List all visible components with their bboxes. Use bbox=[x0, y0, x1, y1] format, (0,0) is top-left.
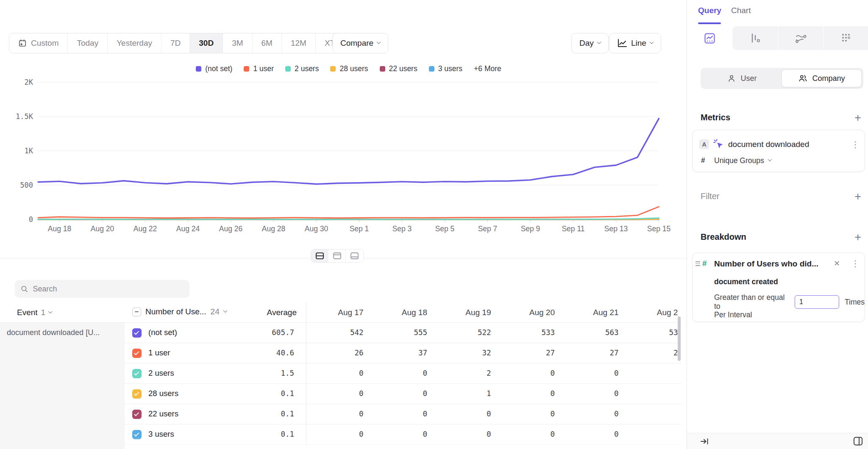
series-checkbox[interactable] bbox=[132, 430, 142, 439]
date-values: 000000 bbox=[306, 430, 678, 438]
table-cell: 0 bbox=[561, 410, 625, 418]
flow-chart-icon bbox=[795, 33, 807, 43]
legend-item[interactable]: 3 users bbox=[429, 64, 462, 73]
legend-item[interactable]: (not set) bbox=[196, 64, 232, 73]
search-input[interactable] bbox=[33, 285, 184, 294]
legend-item[interactable]: 22 users bbox=[380, 64, 417, 73]
series-checkbox[interactable] bbox=[132, 369, 142, 378]
group-column-header[interactable]: Number of Use... 24 bbox=[132, 307, 227, 316]
table-cell: 542 bbox=[306, 328, 370, 337]
metric-card[interactable]: A document downloaded ⋮ # Unique Groups bbox=[692, 130, 865, 172]
legend-more[interactable]: +6 More bbox=[474, 64, 501, 73]
scope-user[interactable]: User bbox=[702, 69, 782, 87]
add-filter-button[interactable]: + bbox=[854, 192, 861, 201]
chart-type-dropdown[interactable]: Line bbox=[609, 33, 661, 53]
date-preset-30d[interactable]: 30D bbox=[190, 33, 223, 53]
svg-text:Sep 11: Sep 11 bbox=[562, 224, 584, 233]
table-row: 1 user40.6263732272728 bbox=[125, 343, 682, 363]
kebab-menu-icon[interactable]: ⋮ bbox=[851, 259, 860, 268]
chart-type-flow-button[interactable] bbox=[778, 26, 823, 50]
svg-text:Aug 22: Aug 22 bbox=[134, 224, 157, 233]
table-cell: 0 bbox=[370, 410, 434, 418]
chevron-down-icon bbox=[377, 40, 381, 44]
average-value: 0.1 bbox=[281, 410, 294, 418]
svg-text:Aug 18: Aug 18 bbox=[48, 224, 71, 233]
split-view-icon bbox=[315, 252, 324, 260]
breakdown-property-name[interactable]: Number of Users who did... bbox=[714, 259, 818, 269]
date-preset-7d[interactable]: 7D bbox=[161, 33, 190, 53]
legend-item[interactable]: 1 user bbox=[244, 64, 274, 73]
date-preset-6m[interactable]: 6M bbox=[253, 33, 282, 53]
legend-label: 3 users bbox=[438, 64, 462, 73]
collapse-panel-icon[interactable] bbox=[700, 437, 709, 448]
event-name: document downloaded [U... bbox=[0, 323, 125, 337]
average-value: 0.1 bbox=[281, 389, 294, 398]
kebab-menu-icon[interactable]: ⋮ bbox=[851, 140, 860, 149]
table-cell: 533 bbox=[498, 328, 562, 337]
drag-handle-icon[interactable] bbox=[696, 261, 700, 266]
bar-chart-icon bbox=[750, 33, 761, 44]
event-count: 1 bbox=[41, 308, 46, 317]
table-scrollbar[interactable] bbox=[678, 316, 681, 361]
date-column-header[interactable]: Aug 17 bbox=[306, 308, 370, 317]
series-checkbox[interactable] bbox=[132, 349, 142, 358]
close-icon[interactable]: ✕ bbox=[834, 259, 840, 268]
preset-label: Custom bbox=[31, 39, 58, 48]
compare-button[interactable]: Compare bbox=[332, 33, 388, 53]
series-checkbox[interactable] bbox=[132, 410, 142, 419]
table-cell: 2 bbox=[434, 369, 498, 377]
select-all-checkbox[interactable] bbox=[132, 308, 141, 316]
breakdown-event-name[interactable]: document created bbox=[714, 277, 778, 286]
date-preset-yesterday[interactable]: Yesterday bbox=[108, 33, 161, 53]
chevron-down-icon bbox=[649, 40, 654, 44]
measure-dropdown[interactable]: Unique Groups bbox=[714, 156, 771, 165]
layout-split-button[interactable] bbox=[311, 249, 328, 262]
chart-type-line-button[interactable] bbox=[687, 26, 732, 50]
per-interval-label[interactable]: Per Interval bbox=[714, 310, 752, 319]
table-cell: 0 bbox=[498, 430, 562, 438]
chart-type-bar-button[interactable] bbox=[732, 26, 778, 50]
table-only-icon bbox=[350, 252, 359, 260]
threshold-input[interactable] bbox=[795, 295, 839, 309]
date-column-header[interactable]: Aug 18 bbox=[370, 308, 434, 317]
date-column-header[interactable]: Aug 22 bbox=[625, 308, 679, 317]
svg-text:Aug 24: Aug 24 bbox=[176, 224, 200, 233]
average-column-header: Average bbox=[237, 308, 297, 317]
date-preset-today[interactable]: Today bbox=[68, 33, 108, 53]
add-breakdown-button[interactable]: + bbox=[854, 233, 861, 241]
date-column-header[interactable]: Aug 21 bbox=[561, 308, 625, 317]
legend-item[interactable]: 28 users bbox=[330, 64, 368, 73]
date-column-header[interactable]: Aug 19 bbox=[434, 308, 498, 317]
series-label: 22 users bbox=[148, 409, 178, 419]
svg-text:Aug 30: Aug 30 bbox=[305, 224, 328, 233]
layout-table-only-button[interactable] bbox=[346, 249, 363, 262]
table-search[interactable] bbox=[15, 280, 189, 298]
date-preset-custom[interactable]: Custom bbox=[9, 33, 68, 53]
date-column-header[interactable]: Aug 20 bbox=[498, 308, 562, 317]
event-cell[interactable]: document downloaded [U... bbox=[0, 323, 125, 449]
series-checkbox[interactable] bbox=[132, 328, 142, 338]
tab-chart[interactable]: Chart bbox=[731, 6, 751, 15]
chevron-down-icon bbox=[223, 308, 227, 313]
series-label: 3 users bbox=[148, 430, 174, 439]
layout-chart-only-button[interactable] bbox=[328, 249, 346, 262]
split-pane-icon[interactable] bbox=[853, 436, 863, 448]
layout-toggle bbox=[311, 249, 364, 263]
table-cell: 27 bbox=[498, 349, 562, 357]
operator-label[interactable]: Greater than or equal to bbox=[714, 293, 789, 311]
metric-event-name[interactable]: document downloaded bbox=[728, 140, 809, 149]
scope-company[interactable]: Company bbox=[782, 69, 862, 87]
tab-query[interactable]: Query bbox=[698, 6, 721, 15]
date-preset-3m[interactable]: 3M bbox=[223, 33, 252, 53]
granularity-dropdown[interactable]: Day bbox=[571, 33, 609, 53]
table-cell: 1 bbox=[434, 389, 498, 398]
event-column-header[interactable]: Event 1 bbox=[17, 308, 52, 317]
add-metric-button[interactable]: + bbox=[854, 114, 861, 122]
series-label: (not set) bbox=[148, 328, 177, 337]
legend-item[interactable]: 2 users bbox=[285, 64, 319, 73]
date-preset-12m[interactable]: 12M bbox=[282, 33, 316, 53]
table-cell: 28 bbox=[625, 349, 679, 357]
table-cell: 522 bbox=[434, 328, 498, 337]
chart-type-journey-button[interactable] bbox=[823, 26, 868, 50]
series-checkbox[interactable] bbox=[132, 389, 142, 399]
